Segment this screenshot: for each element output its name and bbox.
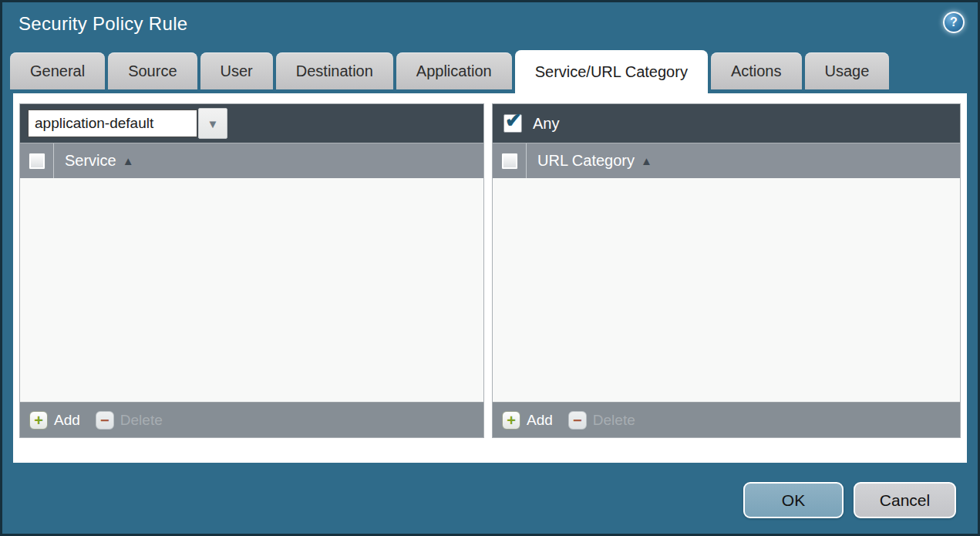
any-label: Any — [533, 115, 559, 133]
any-row: ✔ Any — [500, 114, 559, 133]
delete-button-label: Delete — [120, 412, 163, 429]
help-icon[interactable]: ? — [943, 12, 965, 33]
tab-label: General — [30, 62, 85, 80]
any-checkbox[interactable]: ✔ — [503, 114, 522, 133]
tab-user[interactable]: User — [200, 52, 273, 89]
tab-general[interactable]: General — [10, 52, 105, 89]
service-delete-button[interactable]: − Delete — [96, 411, 163, 430]
url-category-toolbar: ✔ Any — [493, 104, 960, 143]
dialog-action-buttons: OK Cancel — [743, 482, 956, 518]
dialog-title: Security Policy Rule — [19, 13, 187, 35]
tab-label: Service/URL Category — [535, 63, 688, 81]
tab-destination[interactable]: Destination — [276, 52, 393, 89]
cancel-button[interactable]: Cancel — [854, 482, 956, 518]
tab-bar: General Source User Destination Applicat… — [10, 52, 978, 89]
tab-usage[interactable]: Usage — [805, 52, 890, 89]
delete-button-label: Delete — [593, 412, 635, 429]
tab-label: Application — [416, 62, 492, 80]
url-category-column-header[interactable]: URL Category — [537, 152, 635, 170]
title-bar: Security Policy Rule ? — [2, 2, 978, 49]
ok-button[interactable]: OK — [743, 482, 844, 518]
checkmark-icon: ✔ — [505, 109, 522, 133]
chevron-down-icon: ▼ — [207, 117, 219, 130]
service-list[interactable] — [20, 178, 483, 402]
service-select-all-checkbox[interactable]: ✔ — [29, 153, 45, 170]
sort-ascending-icon[interactable]: ▲ — [123, 154, 134, 167]
tab-service-url-category[interactable]: Service/URL Category — [515, 50, 708, 93]
sort-ascending-icon[interactable]: ▲ — [641, 154, 652, 167]
service-type-dropdown-button[interactable]: ▼ — [198, 108, 227, 139]
security-policy-rule-dialog: Security Policy Rule ? General Source Us… — [0, 0, 980, 536]
minus-icon: − — [96, 411, 114, 430]
service-panel-footer: + Add − Delete — [20, 402, 483, 437]
add-button-label: Add — [527, 412, 553, 429]
url-select-all-checkbox[interactable]: ✔ — [501, 153, 518, 170]
service-column-header[interactable]: Service — [65, 152, 116, 170]
service-panel: ▼ ✔ Service ▲ + Add — [19, 103, 484, 438]
question-mark-glyph: ? — [950, 15, 958, 29]
tab-actions[interactable]: Actions — [711, 52, 802, 89]
tab-label: Source — [128, 62, 177, 80]
tab-label: User — [221, 62, 253, 80]
tab-application[interactable]: Application — [396, 52, 512, 89]
url-add-button[interactable]: + Add — [502, 411, 553, 430]
tab-label: Destination — [296, 62, 373, 80]
service-add-button[interactable]: + Add — [29, 411, 80, 430]
url-delete-button[interactable]: − Delete — [568, 411, 635, 430]
tab-label: Usage — [825, 62, 870, 80]
url-category-table-header: ✔ URL Category ▲ — [493, 143, 960, 178]
tab-content: ▼ ✔ Service ▲ + Add — [13, 93, 967, 463]
service-panel-toolbar: ▼ — [20, 104, 483, 143]
service-select-all-cell: ✔ — [20, 143, 54, 178]
plus-icon: + — [502, 411, 520, 430]
tab-label: Actions — [731, 62, 782, 80]
url-select-all-cell: ✔ — [493, 143, 527, 178]
plus-icon: + — [29, 411, 48, 430]
url-category-list[interactable] — [493, 178, 960, 402]
url-category-panel: ✔ Any ✔ URL Category ▲ + Add — [492, 103, 961, 438]
service-table-header: ✔ Service ▲ — [20, 143, 483, 178]
add-button-label: Add — [54, 412, 80, 429]
minus-icon: − — [568, 411, 587, 430]
url-category-panel-footer: + Add − Delete — [493, 402, 960, 437]
service-type-combobox: ▼ — [28, 108, 227, 139]
tab-source[interactable]: Source — [108, 52, 197, 89]
service-type-input[interactable] — [28, 110, 197, 137]
